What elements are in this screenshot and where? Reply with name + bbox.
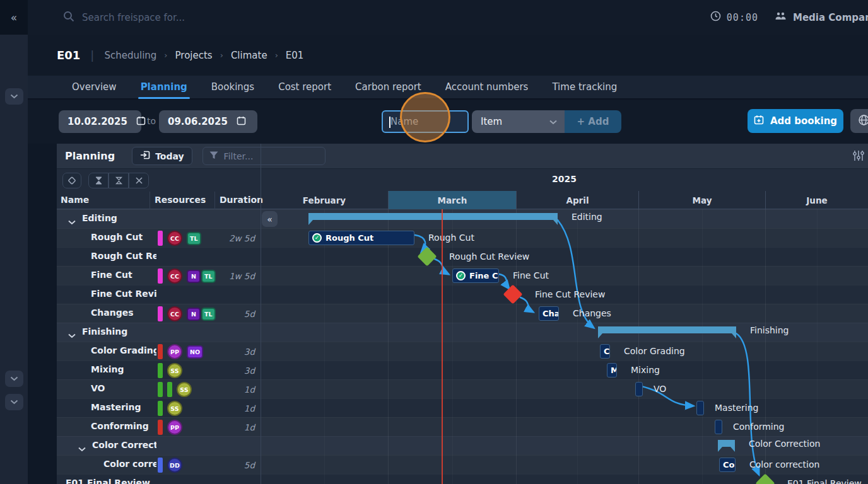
resource-badge-n[interactable]: N	[187, 308, 201, 321]
tab-bookings[interactable]: Bookings	[202, 75, 263, 99]
table-row[interactable]: ChangesCCNTL5d	[57, 304, 261, 323]
sidebar-expand-button-bottom[interactable]	[5, 394, 23, 410]
month-cell-june[interactable]: June	[765, 191, 868, 209]
task-bar-color-grading[interactable]: C	[600, 344, 610, 359]
date-from-field[interactable]: 10.02.2025	[59, 110, 141, 133]
link-mode-button[interactable]	[62, 173, 81, 188]
chevron-down-icon[interactable]	[68, 216, 76, 228]
table-row[interactable]: Rough CutCCTL2w 5d	[57, 228, 261, 247]
resource-badges: SS	[158, 363, 182, 378]
table-row[interactable]: Color Correctio	[57, 436, 261, 455]
task-bar-changes[interactable]: Cha	[539, 306, 559, 321]
sidebar-collapse-button[interactable]: «	[0, 0, 28, 35]
breadcrumb-item[interactable]: Scheduling	[104, 50, 156, 61]
table-row[interactable]: MixingSS3d	[57, 360, 261, 379]
tab-account-numbers[interactable]: Account numbers	[437, 75, 537, 99]
sidebar-expand-button-mid[interactable]	[5, 371, 23, 387]
task-bar-vo[interactable]	[635, 382, 643, 396]
task-bar-rough-cut[interactable]: ✓Rough Cut	[308, 231, 414, 245]
resource-badge-ss[interactable]: SS	[167, 363, 182, 378]
tab-cost-report[interactable]: Cost report	[269, 75, 340, 99]
chevron-down-icon[interactable]	[78, 442, 86, 454]
task-bar-fine-cut[interactable]: ✓Fine Cu	[452, 268, 499, 283]
month-cell-february[interactable]: February	[261, 191, 388, 209]
collapse-table-button[interactable]: «	[262, 211, 278, 227]
task-bar-mixing[interactable]: M	[607, 363, 617, 377]
booking-name-input[interactable]	[383, 112, 467, 132]
task-name: Conforming	[91, 421, 156, 435]
tab-planning[interactable]: Planning	[132, 75, 196, 99]
table-row[interactable]: Color GradingPPNO3d	[57, 342, 261, 360]
resource-badge-cc[interactable]: CC	[167, 306, 182, 321]
table-row[interactable]: Fine CutCCNTL1w 5d	[57, 266, 261, 285]
breadcrumb-item[interactable]: Projects	[175, 50, 213, 61]
gantt-item-label: Rough Cut Review	[449, 251, 529, 262]
table-row[interactable]: Rough Cut Revi	[57, 247, 261, 266]
bar-label: M	[611, 366, 617, 375]
month-cell-may[interactable]: May	[638, 191, 765, 209]
breadcrumb-item[interactable]: Climate	[231, 50, 267, 61]
sidebar-expand-button-top[interactable]	[5, 88, 23, 105]
table-row[interactable]: E01 Final Review	[57, 474, 261, 484]
tab-time-tracking[interactable]: Time tracking	[543, 75, 626, 99]
resource-badge-ss[interactable]: SS	[177, 382, 192, 397]
phase-color-bar	[158, 382, 163, 397]
resource-badge-no[interactable]: NO	[187, 345, 203, 359]
clear-selection-button[interactable]	[129, 173, 149, 188]
chevron-down-icon[interactable]	[68, 329, 76, 341]
resource-badge-pp[interactable]: PP	[167, 344, 182, 359]
table-row[interactable]: Finishing	[57, 323, 261, 342]
table-row[interactable]: ConformingPP1d	[57, 417, 261, 436]
table-row[interactable]: MasteringSS1d	[57, 398, 261, 417]
breadcrumb-item[interactable]: E01	[286, 50, 304, 61]
organization-name: Media Compan	[793, 12, 868, 23]
tab-bar: OverviewPlanningBookingsCost reportCarbo…	[28, 76, 868, 100]
breadcrumb-separator-icon: ›	[275, 50, 278, 60]
organization-button[interactable]: Media Compan	[775, 11, 868, 24]
table-row[interactable]: Color correcDD5d	[57, 455, 261, 474]
globe-icon	[858, 114, 868, 129]
item-select[interactable]: Item	[472, 110, 565, 133]
resource-badge-tl[interactable]: TL	[187, 232, 201, 245]
left-sidebar	[0, 35, 28, 484]
phase-color-bar	[158, 231, 163, 246]
bar-label: Cha	[542, 309, 559, 318]
task-bar-conforming[interactable]	[715, 420, 722, 434]
view-settings-button[interactable]	[853, 149, 868, 165]
planning-filter-field[interactable]	[202, 147, 326, 165]
timer-button[interactable]: 00:00	[710, 11, 758, 24]
tab-overview[interactable]: Overview	[63, 75, 126, 99]
resource-badge-ss[interactable]: SS	[167, 401, 182, 416]
booking-name-field[interactable]	[382, 110, 469, 133]
global-search-input[interactable]	[82, 12, 347, 23]
task-bar-mastering[interactable]	[696, 401, 704, 415]
resource-badge-tl[interactable]: TL	[201, 308, 216, 321]
task-bar-color-correction[interactable]: Col	[719, 458, 736, 472]
expand-all-button[interactable]	[108, 173, 129, 188]
resource-badge-dd[interactable]: DD	[167, 458, 182, 473]
resource-badge-tl[interactable]: TL	[201, 270, 216, 283]
duration-value: 5d	[244, 460, 255, 470]
date-to-field[interactable]: 09.06.2025	[159, 110, 257, 133]
table-row[interactable]: Fine Cut Review	[57, 285, 261, 304]
resource-badge-cc[interactable]: CC	[167, 231, 182, 246]
month-cell-march[interactable]: March	[388, 191, 516, 209]
phase-color-bar	[158, 344, 163, 359]
add-booking-button[interactable]: Add booking	[748, 109, 843, 133]
timezone-button[interactable]	[850, 109, 868, 133]
item-select-value: Item	[481, 116, 502, 127]
bar-label: Fine Cu	[469, 271, 499, 280]
today-button[interactable]: Today	[132, 147, 192, 165]
planning-filter-input[interactable]	[224, 151, 312, 161]
gantt-item-label: Conforming	[733, 422, 785, 432]
table-row[interactable]: VOSS1d	[57, 379, 261, 398]
month-cell-april[interactable]: April	[516, 191, 638, 209]
add-item-button[interactable]: + Add	[565, 110, 621, 133]
tab-carbon-report[interactable]: Carbon report	[346, 75, 430, 99]
resource-badge-pp[interactable]: PP	[167, 420, 182, 435]
resource-badge-n[interactable]: N	[187, 270, 201, 283]
collapse-all-button[interactable]	[88, 173, 108, 188]
task-name: Mixing	[91, 364, 156, 378]
table-row[interactable]: Editing	[57, 209, 261, 228]
resource-badge-cc[interactable]: CC	[167, 268, 182, 284]
